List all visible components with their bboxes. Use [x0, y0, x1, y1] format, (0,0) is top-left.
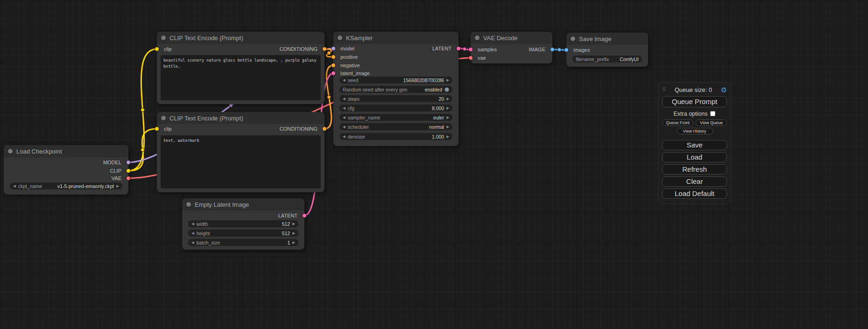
- widget-label: sampler_name: [348, 115, 380, 120]
- output-label-clip: CLIP: [110, 168, 121, 174]
- link-midpoint-dot: [141, 148, 145, 152]
- next-arrow-icon[interactable]: ▶: [292, 222, 295, 226]
- load-default-button[interactable]: Load Default: [662, 189, 727, 199]
- widget-value: 512: [210, 221, 290, 227]
- node-clip-text-encode-negative[interactable]: CLIP Text Encode (Prompt) clip CONDITION…: [157, 112, 325, 192]
- prev-arrow-icon[interactable]: ◀: [191, 231, 194, 235]
- toggle-dot[interactable]: [445, 87, 449, 92]
- widget-label: seed: [348, 77, 359, 83]
- collapse-dot[interactable]: [186, 202, 191, 207]
- widget-steps[interactable]: ◀ steps 20 ▶: [339, 95, 452, 102]
- widget-height[interactable]: ◀ height 512 ▶: [188, 230, 298, 237]
- view-history-button[interactable]: View History: [677, 128, 713, 134]
- prev-arrow-icon[interactable]: ◀: [343, 97, 346, 101]
- extra-options-checkbox[interactable]: [710, 111, 715, 116]
- widget-value: 8.000: [357, 105, 444, 111]
- queue-size-label: Queue size: 0: [666, 86, 720, 93]
- load-button[interactable]: Load: [662, 152, 727, 162]
- collapse-dot[interactable]: [571, 36, 575, 41]
- clear-button[interactable]: Clear: [662, 176, 727, 187]
- prev-arrow-icon[interactable]: ◀: [191, 241, 194, 245]
- prev-arrow-icon[interactable]: ◀: [343, 125, 346, 129]
- queue-panel: ⠿ Queue size: 0 ⚙ Queue Prompt Extra opt…: [658, 82, 731, 204]
- next-arrow-icon[interactable]: ▶: [292, 241, 295, 245]
- node-titlebar[interactable]: Load Checkpoint: [4, 145, 128, 157]
- output-label-model: MODEL: [103, 160, 121, 165]
- node-vae-decode[interactable]: VAE Decode samples vae IMAGE: [471, 32, 552, 63]
- widget-ckpt-name[interactable]: ◀ ckpt_name v1-5-pruned-emaonly.ckpt ▶: [10, 182, 122, 189]
- input-label-latent-image: latent_image: [340, 70, 370, 76]
- widget-value: v1-5-pruned-emaonly.ckpt: [44, 183, 114, 189]
- widget-scheduler[interactable]: ◀ scheduler normal ▶: [339, 123, 452, 130]
- node-clip-text-encode-positive[interactable]: CLIP Text Encode (Prompt) clip CONDITION…: [157, 32, 325, 104]
- node-save-image[interactable]: Save Image images filename_prefix ComfyU…: [566, 33, 648, 67]
- next-arrow-icon[interactable]: ▶: [446, 125, 449, 129]
- input-label-positive: positive: [340, 54, 358, 60]
- link-midpoint-dot: [327, 95, 331, 99]
- next-arrow-icon[interactable]: ▶: [446, 78, 449, 82]
- prev-arrow-icon[interactable]: ◀: [343, 78, 346, 82]
- widget-cfg[interactable]: ◀ cfg 8.000 ▶: [339, 105, 452, 112]
- next-arrow-icon[interactable]: ▶: [116, 184, 119, 188]
- node-ksampler[interactable]: KSampler model positive negative latent_…: [333, 32, 459, 146]
- prev-arrow-icon[interactable]: ◀: [343, 116, 346, 119]
- prev-arrow-icon[interactable]: ◀: [343, 106, 346, 110]
- link-midpoint-dot: [463, 47, 466, 51]
- refresh-button[interactable]: Refresh: [662, 164, 727, 175]
- node-titlebar[interactable]: CLIP Text Encode (Prompt): [157, 112, 325, 124]
- widget-sampler-name[interactable]: ◀ sampler_name euler ▶: [339, 114, 452, 121]
- widget-value: enabled: [409, 87, 442, 92]
- next-arrow-icon[interactable]: ▶: [446, 106, 449, 110]
- prev-arrow-icon[interactable]: ◀: [191, 222, 194, 226]
- next-arrow-icon[interactable]: ▶: [446, 135, 449, 139]
- next-arrow-icon[interactable]: ▶: [446, 116, 449, 119]
- collapse-dot[interactable]: [161, 116, 166, 120]
- node-title: CLIP Text Encode (Prompt): [169, 35, 243, 42]
- collapse-dot[interactable]: [161, 35, 166, 40]
- widget-label: ckpt_name: [18, 183, 42, 189]
- widget-batch-size[interactable]: ◀ batch_size 1 ▶: [188, 239, 298, 246]
- node-title: VAE Decode: [483, 35, 517, 42]
- widget-label: denoise: [348, 134, 365, 140]
- node-titlebar[interactable]: CLIP Text Encode (Prompt): [157, 32, 325, 44]
- view-queue-button[interactable]: View Queue: [696, 119, 727, 126]
- prompt-textarea[interactable]: beautiful scenery nature glass bottle la…: [161, 55, 321, 100]
- output-label-conditioning: CONDITIONING: [280, 126, 318, 132]
- node-titlebar[interactable]: KSampler: [333, 32, 459, 44]
- prev-arrow-icon[interactable]: ◀: [343, 135, 346, 139]
- link-midpoint-dot: [327, 51, 331, 55]
- link-midpoint-dot: [141, 108, 145, 112]
- settings-gear-icon[interactable]: ⚙: [721, 86, 727, 93]
- widget-value: 156680208700286: [361, 77, 445, 83]
- widget-random-seed-toggle[interactable]: Random seed after every gen enabled: [339, 86, 452, 93]
- node-graph-canvas[interactable]: Load Checkpoint MODEL CLIP VAE ◀ ckpt_na…: [0, 0, 868, 329]
- queue-front-button[interactable]: Queue Front: [662, 119, 693, 126]
- drag-handle-icon[interactable]: ⠿: [662, 87, 666, 93]
- next-arrow-icon[interactable]: ▶: [292, 231, 295, 235]
- collapse-dot[interactable]: [8, 149, 13, 154]
- node-load-checkpoint[interactable]: Load Checkpoint MODEL CLIP VAE ◀ ckpt_na…: [4, 145, 128, 195]
- next-arrow-icon[interactable]: ▶: [446, 97, 449, 101]
- extra-options-label: Extra options: [674, 111, 708, 117]
- widget-seed[interactable]: ◀ seed 156680208700286 ▶: [339, 77, 452, 84]
- collapse-dot[interactable]: [338, 35, 342, 40]
- widget-denoise[interactable]: ◀ denoise 1.000 ▶: [339, 133, 452, 140]
- input-label-images: images: [573, 47, 590, 53]
- node-titlebar[interactable]: VAE Decode: [471, 32, 552, 44]
- input-label-clip: clip: [164, 46, 172, 52]
- collapse-dot[interactable]: [475, 35, 480, 40]
- queue-prompt-button[interactable]: Queue Prompt: [662, 96, 727, 107]
- widget-value: euler: [382, 115, 444, 120]
- node-title: Empty Latent Image: [195, 201, 249, 208]
- save-button[interactable]: Save: [662, 140, 727, 150]
- widget-label: width: [197, 221, 208, 227]
- widget-filename-prefix[interactable]: filename_prefix ComfyUI: [572, 56, 642, 63]
- prev-arrow-icon[interactable]: ◀: [13, 184, 16, 188]
- node-titlebar[interactable]: Empty Latent Image: [182, 198, 304, 210]
- node-empty-latent-image[interactable]: Empty Latent Image LATENT ◀ width 512 ▶ …: [182, 198, 304, 250]
- widget-width[interactable]: ◀ width 512 ▶: [188, 220, 298, 227]
- widget-label: cfg: [348, 105, 354, 111]
- widget-value: 20: [362, 96, 444, 102]
- prompt-textarea[interactable]: text, watermark: [161, 135, 321, 189]
- node-titlebar[interactable]: Save Image: [566, 33, 648, 45]
